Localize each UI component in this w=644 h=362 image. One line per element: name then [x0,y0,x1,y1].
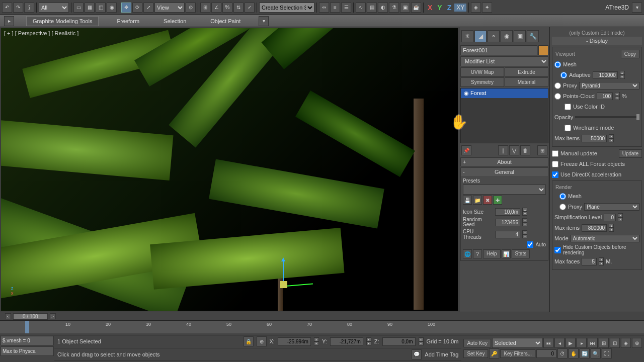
pin-stack-icon[interactable]: 📌 [461,145,471,155]
render-icon[interactable]: ☕ [411,3,421,13]
cpu-threads-field[interactable] [495,231,520,238]
show-end-result-icon[interactable]: ∥ [498,145,508,155]
modifier-list-dropdown[interactable]: Modifier List [460,56,548,66]
next-frame-icon[interactable]: ▸ [577,338,587,348]
axis-xy-button[interactable]: XY [454,4,466,12]
auto-checkbox[interactable] [527,241,533,248]
prev-frame-icon[interactable]: ◂ [554,338,565,348]
snap-toggle-icon[interactable]: ⊞ [200,3,210,13]
simp-spinner[interactable]: ▴▾ [618,213,623,221]
nav-3-icon[interactable]: ◈ [621,338,631,348]
create-panel-icon[interactable]: ✳ [461,30,473,42]
isolate-icon[interactable]: ◈ [471,3,481,13]
y-coord-field[interactable] [330,337,363,346]
redo-icon[interactable]: ↷ [13,3,23,13]
selection-filter[interactable]: All [39,3,69,13]
rollout-general-header[interactable]: -General [461,168,548,176]
curve-editor-icon[interactable]: ∿ [356,3,366,13]
render-mode-select[interactable]: Automatic [571,235,639,242]
modifier-forest[interactable]: ◉ Forest [461,88,548,98]
tab-freeform[interactable]: Freeform [111,17,145,26]
ribbon-menu-icon[interactable]: ▾ [259,16,269,26]
max-faces-spinner[interactable]: ▴▾ [599,257,604,265]
points-cloud-radio[interactable] [554,93,561,100]
time-config-icon[interactable]: ⏱ [557,348,568,358]
x-coord-field[interactable] [278,337,311,346]
adaptive-field[interactable] [593,71,618,79]
abc-icon[interactable]: ✓ [245,3,255,13]
scale-icon[interactable]: ⤢ [143,3,153,13]
tab-graphite[interactable]: Graphite Modeling Tools [26,16,99,26]
time-ruler[interactable]: 10 20 30 40 50 60 70 80 90 100 [0,320,644,333]
render-mesh-radio[interactable] [559,193,566,200]
utilities-panel-icon[interactable]: 🔧 [527,30,539,42]
undo-icon[interactable]: ↶ [2,3,12,13]
auto-key-button[interactable]: Auto Key [463,339,491,347]
axis-y-button[interactable]: Y [435,4,444,12]
dropdown-icon[interactable]: ▾ [632,3,642,13]
proxy-mode-select[interactable]: Pyramid [579,82,639,89]
nav-1-icon[interactable]: ⊞ [599,338,609,348]
presets-dropdown[interactable] [463,185,546,195]
key-filter-select[interactable]: Selected [492,338,542,348]
quick-mod-extrude[interactable]: Extrude [505,67,548,77]
help-icon[interactable]: ? [473,249,482,258]
update-button[interactable]: Update [619,149,642,158]
select-name-icon[interactable]: ▦ [85,3,95,13]
pan-view-icon[interactable]: ✋ [569,348,579,358]
mirror-icon[interactable]: ⇔ [319,3,329,13]
max-items-render-field[interactable] [582,224,607,232]
motion-panel-icon[interactable]: ◉ [501,30,513,42]
render-frame-icon[interactable]: ▣ [400,3,410,13]
random-seed-field[interactable] [495,219,520,226]
remove-mod-icon[interactable]: 🗑 [520,145,530,155]
adaptive-spinner[interactable]: ▴▾ [620,71,625,79]
icon-size-spinner[interactable]: ▴▾ [522,208,527,216]
axis-x-button[interactable]: X [426,4,434,12]
play-icon[interactable]: ▶ [566,338,576,348]
adaptive-radio[interactable] [560,72,567,78]
max-items-render-spinner[interactable]: ▴▾ [609,224,614,232]
quick-mod-symmetry[interactable]: Symmetry [460,77,504,87]
render-proxy-select[interactable]: Plane [584,203,639,211]
select-icon[interactable]: ▭ [73,3,84,13]
ref-coord-system[interactable]: View [154,3,185,13]
points-field[interactable] [597,93,613,100]
copy-button[interactable]: Copy [621,50,639,58]
help-button[interactable]: Help [483,249,501,258]
icon-size-field[interactable] [495,208,520,216]
render-proxy-radio[interactable] [559,204,566,210]
key-filters-button[interactable]: Key Filters... [500,349,535,358]
preset-delete-icon[interactable]: ✖ [483,196,492,205]
stats-icon[interactable]: 📊 [502,249,511,258]
points-spinner[interactable]: ▴▾ [615,92,620,100]
use-color-id-checkbox[interactable] [565,104,571,110]
object-color-swatch[interactable] [538,45,548,55]
add-time-tag[interactable]: Add Time Tag [425,351,458,357]
web-icon[interactable]: 🌐 [463,249,472,258]
rollout-about-header[interactable]: +About [461,158,548,166]
make-unique-icon[interactable]: ⋁ [509,145,519,155]
cpu-threads-spinner[interactable]: ▴▾ [522,230,527,238]
axis-z-button[interactable]: Z [445,4,454,12]
comm-center-icon[interactable]: 💬 [412,349,422,359]
orbit-icon[interactable]: 🔄 [580,348,590,358]
quick-mod-uvw[interactable]: UVW Map [460,67,504,77]
hierarchy-panel-icon[interactable]: ⚬ [488,30,500,42]
display-panel-icon[interactable]: ▣ [514,30,526,42]
z-coord-field[interactable] [382,337,416,346]
wireframe-checkbox[interactable] [565,125,571,131]
ribbon-expand-icon[interactable]: ▸ [4,16,14,26]
modify-panel-icon[interactable]: ◢ [474,30,487,42]
simp-level-field[interactable] [604,214,616,221]
percent-snap-icon[interactable]: % [222,3,232,13]
rect-select-icon[interactable]: ◫ [96,3,106,13]
align-icon[interactable]: ≡ [330,3,340,13]
preset-load-icon[interactable]: 📁 [473,196,482,205]
abs-rel-icon[interactable]: ⊕ [257,336,267,346]
key-icon[interactable]: 🔑 [489,348,499,358]
playhead[interactable] [25,321,29,333]
pivot-icon[interactable]: ⊙ [186,3,196,13]
nav-2-icon[interactable]: ⊡ [610,338,620,348]
time-prev-icon[interactable]: < [5,313,11,319]
